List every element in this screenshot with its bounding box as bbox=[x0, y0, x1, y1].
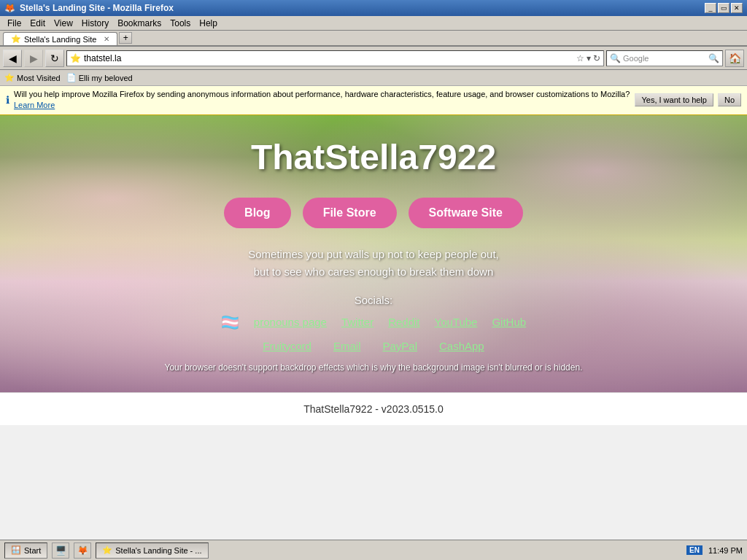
back-icon: ◀ bbox=[9, 52, 17, 64]
navbar: ◀ ▶ ↻ ⭐ thatstel.la ☆ ▾ ↻ 🔍 Google 🔍 🏠 bbox=[0, 47, 747, 70]
reddit-link[interactable]: Reddit bbox=[388, 316, 419, 328]
learn-more-link[interactable]: Learn More bbox=[14, 101, 55, 109]
blog-button[interactable]: Blog bbox=[224, 198, 291, 228]
file-store-button[interactable]: File Store bbox=[303, 198, 397, 228]
footer-text: ThatStella7922 - v2023.0515.0 bbox=[303, 403, 443, 415]
bookmark-label: Most Visited bbox=[17, 74, 61, 82]
bookmarks-bar: ⭐ Most Visited 📄 Elli my beloved bbox=[0, 70, 747, 86]
google-icon: 🔍 bbox=[610, 53, 621, 63]
address-icons: ☆ ▾ ↻ bbox=[576, 53, 600, 63]
twitter-link[interactable]: Twitter bbox=[341, 316, 374, 328]
url-text: thatstel.la bbox=[84, 53, 573, 63]
active-tab[interactable]: ⭐ Stella's Landing Site ✕ bbox=[3, 32, 117, 45]
search-placeholder: Google bbox=[623, 54, 706, 63]
search-submit-icon[interactable]: 🔍 bbox=[708, 53, 719, 63]
menu-tools[interactable]: Tools bbox=[166, 17, 195, 30]
menubar: File Edit View History Bookmarks Tools H… bbox=[0, 16, 747, 31]
menu-file[interactable]: File bbox=[3, 17, 26, 30]
bookmark-most-visited[interactable]: ⭐ Most Visited bbox=[4, 73, 61, 82]
new-tab-button[interactable]: + bbox=[119, 32, 132, 44]
bookmark-elli-label: Elli my beloved bbox=[79, 74, 133, 82]
desktop-icon: 🖥️ bbox=[55, 545, 66, 556]
window-titlebar: 🦊 Stella's Landing Site - Mozilla Firefo… bbox=[0, 0, 747, 16]
start-label: Start bbox=[24, 546, 41, 555]
socials-row1: 🏳️‍⚧️ pronouns page Twitter Reddit YouTu… bbox=[221, 314, 526, 331]
hero-navigation-buttons: Blog File Store Software Site bbox=[224, 198, 523, 228]
site-title: ThatStella7922 bbox=[251, 137, 496, 177]
youtube-link[interactable]: YouTube bbox=[435, 316, 478, 328]
address-bar[interactable]: ⭐ thatstel.la ☆ ▾ ↻ bbox=[66, 50, 604, 66]
site-favicon: ⭐ bbox=[70, 53, 81, 63]
close-button[interactable]: ✕ bbox=[731, 3, 743, 13]
clock: 11:49 PM bbox=[708, 546, 743, 555]
dropdown-icon[interactable]: ▾ bbox=[587, 53, 591, 63]
info-icon: ℹ bbox=[6, 94, 9, 106]
forward-button[interactable]: ▶ bbox=[24, 50, 43, 67]
notification-bar: ℹ Will you help improve Mozilla Firefox … bbox=[0, 86, 747, 115]
page-content: ThatStella7922 Blog File Store Software … bbox=[0, 115, 747, 542]
paypal-link[interactable]: PayPal bbox=[382, 340, 417, 352]
fruitycord-link[interactable]: Fruitycord bbox=[263, 340, 311, 352]
socials-row2: Fruitycord Email PayPal CashApp bbox=[263, 340, 484, 352]
window-favicon-small: ⭐ bbox=[102, 545, 112, 555]
page-footer: ThatStella7922 - v2023.0515.0 bbox=[0, 392, 747, 425]
bookmark-elli[interactable]: 📄 Elli my beloved bbox=[66, 73, 133, 82]
language-indicator: EN bbox=[686, 545, 703, 555]
firefox-small-icon: 🦊 bbox=[77, 545, 88, 556]
email-link[interactable]: Email bbox=[333, 340, 361, 352]
window-controls[interactable]: _ ▭ ✕ bbox=[705, 3, 743, 13]
reload-icon: ↻ bbox=[50, 52, 59, 64]
quote-line1: Sometimes you put walls up not to keep p… bbox=[248, 246, 499, 263]
refresh-icon[interactable]: ↻ bbox=[593, 53, 600, 63]
forward-icon: ▶ bbox=[30, 52, 38, 64]
show-desktop-button[interactable]: 🖥️ bbox=[52, 542, 69, 559]
restore-button[interactable]: ▭ bbox=[718, 3, 729, 13]
reload-button[interactable]: ↻ bbox=[45, 50, 64, 67]
menu-bookmarks[interactable]: Bookmarks bbox=[113, 17, 166, 30]
menu-edit[interactable]: Edit bbox=[26, 17, 50, 30]
menu-help[interactable]: Help bbox=[195, 17, 222, 30]
tab-label: Stella's Landing Site bbox=[24, 35, 96, 44]
home-button[interactable]: 🏠 bbox=[725, 50, 744, 67]
tab-bar: ⭐ Stella's Landing Site ✕ + bbox=[0, 31, 747, 47]
pronouns-page-link[interactable]: pronouns page bbox=[254, 316, 327, 328]
software-site-button[interactable]: Software Site bbox=[409, 198, 523, 228]
search-bar[interactable]: 🔍 Google 🔍 bbox=[606, 50, 723, 66]
socials-label: Socials: bbox=[355, 294, 393, 306]
bookmark-star-icon[interactable]: ☆ bbox=[576, 53, 584, 63]
minimize-button[interactable]: _ bbox=[705, 3, 716, 13]
bookmark-elli-icon: 📄 bbox=[66, 73, 77, 82]
tab-close-icon[interactable]: ✕ bbox=[104, 35, 109, 43]
no-button[interactable]: No bbox=[718, 93, 741, 106]
start-button[interactable]: 🪟 Start bbox=[4, 542, 47, 559]
active-window-taskbar[interactable]: ⭐ Stella's Landing Site - ... bbox=[96, 542, 208, 559]
notification-text: Will you help improve Mozilla Firefox by… bbox=[14, 89, 630, 112]
taskbar: 🪟 Start 🖥️ 🦊 ⭐ Stella's Landing Site - .… bbox=[0, 540, 747, 560]
taskbar-window-label: Stella's Landing Site - ... bbox=[115, 546, 201, 555]
trans-flag-icon: 🏳️‍⚧️ bbox=[221, 314, 239, 331]
menu-history[interactable]: History bbox=[77, 17, 113, 30]
bookmark-icon: ⭐ bbox=[4, 73, 15, 82]
window-title: Stella's Landing Site - Mozilla Firefox bbox=[20, 3, 174, 13]
start-icon: 🪟 bbox=[11, 545, 21, 555]
cashapp-link[interactable]: CashApp bbox=[439, 340, 484, 352]
firefox-icon: 🦊 bbox=[4, 3, 15, 13]
firefox-taskbar-icon[interactable]: 🦊 bbox=[74, 542, 91, 559]
quote-line2: but to see who cares enough to break the… bbox=[248, 263, 499, 281]
tab-favicon: ⭐ bbox=[11, 34, 21, 44]
hero-quote: Sometimes you put walls up not to keep p… bbox=[248, 246, 499, 281]
github-link[interactable]: GitHub bbox=[492, 316, 526, 328]
menu-view[interactable]: View bbox=[50, 17, 77, 30]
yes-help-button[interactable]: Yes, I want to help bbox=[635, 93, 713, 106]
taskbar-right: EN 11:49 PM bbox=[686, 545, 743, 555]
backdrop-notice: Your browser doesn't support backdrop ef… bbox=[165, 362, 583, 373]
hero-section: ThatStella7922 Blog File Store Software … bbox=[0, 115, 747, 392]
back-button[interactable]: ◀ bbox=[3, 50, 22, 67]
taskbar-left: 🪟 Start 🖥️ 🦊 ⭐ Stella's Landing Site - .… bbox=[4, 542, 209, 559]
home-icon: 🏠 bbox=[729, 52, 741, 64]
